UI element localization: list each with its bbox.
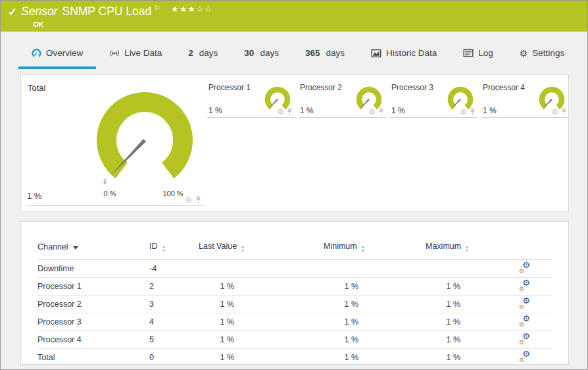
- table-header-row: Channel ID Last Value Minimum Maximum: [37, 239, 552, 260]
- gear-icon: ⚙: [520, 49, 528, 58]
- pin-icon[interactable]: [378, 108, 384, 116]
- spacer: [368, 331, 426, 349]
- channel-maximum: 1 %: [426, 349, 470, 365]
- log-icon: [463, 49, 474, 57]
- tab-365-days[interactable]: 365 days: [292, 40, 358, 69]
- channel-settings-cell: ⚙ ⚙: [470, 296, 552, 313]
- channel-id: -4: [149, 260, 199, 278]
- tab-30-days[interactable]: 30 days: [231, 40, 292, 69]
- spacer: [243, 313, 324, 331]
- channel-last-value: 1 %: [199, 296, 243, 313]
- gauge-title: Processor 2: [300, 83, 342, 92]
- channel-settings-cell: ⚙ ⚙: [470, 260, 552, 278]
- channel-last-value: 1 %: [199, 313, 243, 331]
- channel-settings-cell: ⚙ ⚙: [470, 331, 552, 349]
- channel-minimum: 1 %: [324, 296, 368, 313]
- tab-bar: Overview Live Data 2 days 30 days 365: [1, 32, 587, 69]
- total-gauge-panel: Total x̄ 0 % 100 % 1 % ⚙: [21, 75, 207, 211]
- channel-name: Processor 2: [37, 296, 149, 313]
- tab-settings[interactable]: ⚙ Settings: [506, 40, 577, 69]
- pin-icon[interactable]: [470, 108, 476, 116]
- channel-last-value: 1 %: [199, 278, 243, 296]
- processor-gauges: Processor 1 1 % ⚙: [207, 82, 568, 118]
- gauge-settings-icon[interactable]: ⚙: [185, 196, 192, 204]
- gauge-value: 1 %: [300, 106, 314, 115]
- processor-gauge-panel: Processor 4 1 % ⚙: [481, 82, 569, 118]
- tab-2-days[interactable]: 2 days: [175, 40, 231, 69]
- channel-id: 5: [149, 331, 199, 349]
- sensor-header: ✓ SensorSNMP CPU Load⚐★★★☆☆ OK: [1, 1, 587, 32]
- channel-id: 0: [149, 349, 199, 365]
- channel-settings-icon[interactable]: ⚙ ⚙: [519, 333, 530, 344]
- channel-name: Processor 3: [37, 313, 149, 331]
- gauge-settings-icon[interactable]: ⚙: [368, 108, 376, 116]
- spacer: [368, 278, 426, 296]
- channel-settings-icon[interactable]: ⚙ ⚙: [519, 262, 530, 273]
- sensor-page: ✓ SensorSNMP CPU Load⚐★★★☆☆ OK Overview: [0, 0, 588, 370]
- col-header-channel[interactable]: Channel: [37, 239, 149, 260]
- col-header-maximum[interactable]: Maximum: [426, 239, 470, 260]
- spacer: [243, 296, 324, 313]
- tab-log[interactable]: Log: [450, 40, 506, 69]
- priority-stars[interactable]: ★★★☆☆: [171, 5, 213, 14]
- flag-icon[interactable]: ⚐: [154, 4, 160, 12]
- area-chart-icon: [371, 49, 381, 58]
- sort-icon: [361, 246, 365, 252]
- gauge-settings-icon[interactable]: ⚙: [277, 108, 284, 116]
- mean-marker: x̄: [103, 178, 107, 186]
- channel-row: Processor 4 5 1 % 1 % 1 % ⚙ ⚙: [37, 331, 552, 349]
- sort-icon: [465, 246, 469, 252]
- gauge-settings-icon[interactable]: ⚙: [460, 108, 467, 116]
- channel-settings-cell: ⚙ ⚙: [470, 349, 552, 365]
- channel-row: Processor 2 3 1 % 1 % 1 % ⚙ ⚙: [37, 296, 552, 313]
- channels-table: Channel ID Last Value Minimum Maximum: [37, 239, 552, 365]
- spacer: [368, 349, 426, 365]
- channels-panel: Channel ID Last Value Minimum Maximum: [20, 221, 569, 365]
- tab-live-data[interactable]: Live Data: [96, 40, 175, 69]
- channel-row: Processor 3 4 1 % 1 % 1 % ⚙ ⚙: [37, 313, 552, 331]
- spacer: [243, 349, 324, 365]
- gauge-toolbar: ⚙: [185, 196, 201, 204]
- col-header-id[interactable]: ID: [149, 239, 199, 260]
- gauge-title: Processor 3: [391, 83, 433, 92]
- gauge-settings-icon[interactable]: ⚙: [551, 108, 558, 116]
- pin-icon[interactable]: [195, 196, 201, 204]
- channel-name: Processor 4: [37, 331, 149, 349]
- spacer: [243, 278, 324, 296]
- processor-gauge-panel: Processor 3 1 % ⚙: [390, 82, 478, 118]
- channel-id: 4: [149, 313, 199, 331]
- gauge-value: 1 %: [208, 106, 222, 115]
- channel-last-value: 1 %: [199, 349, 243, 365]
- pin-icon[interactable]: [561, 108, 567, 116]
- gauge-toolbar: ⚙: [277, 108, 293, 116]
- channel-name: Downtime: [37, 260, 149, 278]
- spacer: [368, 313, 426, 331]
- channel-name: Total: [37, 349, 149, 365]
- channel-minimum: 1 %: [324, 331, 368, 349]
- channel-maximum: 1 %: [426, 313, 470, 331]
- channel-settings-icon[interactable]: ⚙ ⚙: [519, 351, 530, 362]
- tab-overview[interactable]: Overview: [18, 40, 96, 69]
- col-header-minimum[interactable]: Minimum: [324, 239, 368, 260]
- channel-settings-icon[interactable]: ⚙ ⚙: [519, 298, 530, 309]
- channel-settings-icon[interactable]: ⚙ ⚙: [519, 280, 530, 291]
- channel-settings-icon[interactable]: ⚙ ⚙: [519, 315, 530, 327]
- total-cpu-gauge: x̄: [92, 90, 197, 189]
- sort-icon: [162, 246, 166, 252]
- spacer: [368, 239, 426, 260]
- channel-last-value: 1 %: [199, 331, 243, 349]
- gauge-value: 1 %: [27, 191, 41, 201]
- status-badge: OK: [33, 20, 44, 28]
- gauge-title: Processor 4: [483, 83, 525, 92]
- channel-name: Processor 1: [37, 278, 149, 296]
- overview-content: Total x̄ 0 % 100 % 1 % ⚙: [1, 69, 587, 365]
- gauge-toolbar: ⚙: [368, 108, 384, 116]
- col-header-last-value[interactable]: Last Value: [199, 239, 243, 260]
- gauge-scale-min: 0 %: [93, 190, 126, 198]
- channel-row: Downtime -4 ⚙ ⚙: [37, 260, 552, 278]
- spacer: [368, 260, 426, 278]
- pin-icon[interactable]: [287, 108, 293, 116]
- spacer: [243, 260, 324, 278]
- channel-id: 3: [149, 296, 199, 313]
- tab-historic-data[interactable]: Historic Data: [358, 40, 450, 69]
